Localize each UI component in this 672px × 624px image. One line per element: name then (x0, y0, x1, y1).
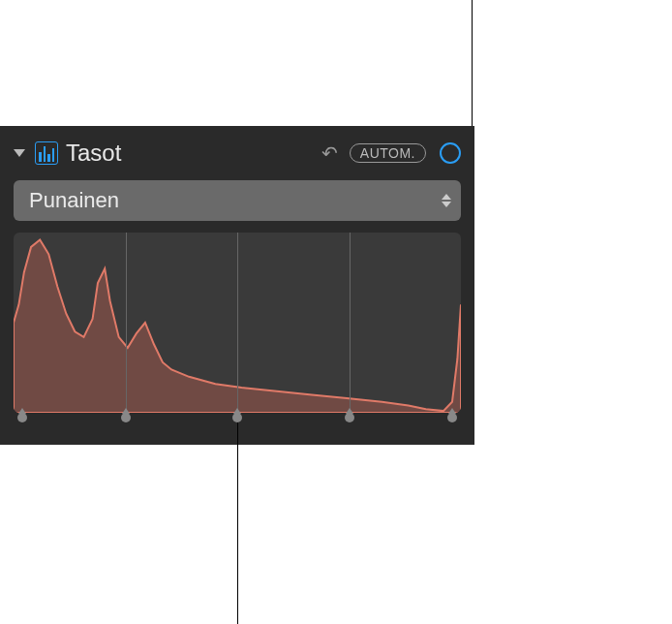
channel-dropdown[interactable]: Punainen (14, 180, 461, 221)
grid-line (126, 233, 127, 413)
levels-handle-1[interactable] (120, 408, 132, 423)
enable-toggle[interactable] (440, 142, 461, 164)
stepper-icon (442, 194, 451, 207)
callout-line-bottom (237, 422, 238, 624)
levels-handle-0[interactable] (16, 408, 28, 423)
undo-icon[interactable]: ↶ (321, 141, 338, 165)
grid-line (350, 233, 351, 413)
panel-title: Tasot (66, 140, 314, 167)
levels-icon (35, 141, 58, 165)
histogram (14, 233, 461, 413)
channel-selected-label: Punainen (29, 188, 119, 213)
levels-handle-4[interactable] (446, 408, 458, 423)
levels-handle-3[interactable] (344, 408, 355, 423)
grid-line (237, 233, 238, 413)
levels-panel: Tasot ↶ AUTOM. Punainen (0, 126, 474, 445)
auto-button[interactable]: AUTOM. (350, 143, 426, 163)
panel-header: Tasot ↶ AUTOM. (14, 136, 461, 171)
disclosure-triangle-icon[interactable] (14, 149, 25, 157)
levels-handle-2[interactable] (231, 408, 243, 423)
